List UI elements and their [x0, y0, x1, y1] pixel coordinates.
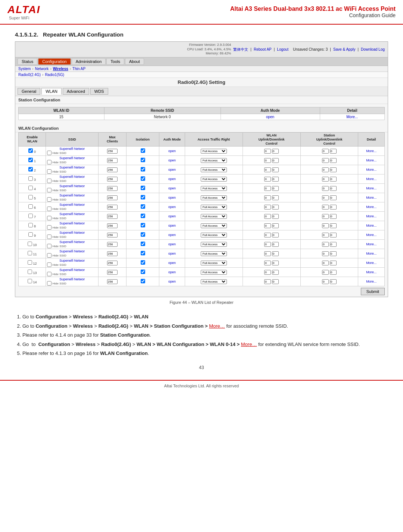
- sta-up-input[interactable]: [322, 158, 329, 163]
- hide-ssid-checkbox[interactable]: [47, 197, 51, 202]
- hide-ssid-checkbox[interactable]: [47, 281, 51, 286]
- sta-down-input[interactable]: [330, 261, 337, 265]
- sta-up-input[interactable]: [322, 242, 329, 247]
- isolation-checkbox[interactable]: [141, 279, 145, 283]
- sta-down-input[interactable]: [330, 233, 337, 237]
- wlan-more-link[interactable]: More...: [366, 205, 377, 209]
- wlan-more-link[interactable]: More...: [366, 233, 377, 237]
- tab-wds[interactable]: WDS: [90, 88, 108, 95]
- tab-wlan[interactable]: WLAN: [41, 88, 62, 95]
- wlan-enable-checkbox[interactable]: [28, 232, 33, 237]
- sta-up-input[interactable]: [322, 186, 329, 191]
- access-select[interactable]: Full Access: [201, 242, 227, 247]
- isolation-checkbox[interactable]: [141, 223, 145, 227]
- inst4-more-link[interactable]: More…: [241, 341, 257, 347]
- wlan-down-input[interactable]: [272, 149, 279, 154]
- auth-mode-link[interactable]: open: [168, 252, 176, 255]
- wlan-up-input[interactable]: [264, 279, 271, 284]
- station-auth-link[interactable]: open: [266, 115, 274, 119]
- isolation-checkbox[interactable]: [141, 232, 145, 237]
- nav-configuration[interactable]: Configuration: [38, 58, 71, 65]
- wlan-enable-checkbox[interactable]: [28, 176, 33, 181]
- isolation-checkbox[interactable]: [141, 148, 145, 153]
- wlan-enable-checkbox[interactable]: [28, 167, 33, 171]
- max-clients-input[interactable]: [107, 279, 118, 284]
- access-select[interactable]: Full Access: [201, 186, 227, 191]
- sta-down-input[interactable]: [330, 223, 337, 228]
- auth-mode-link[interactable]: open: [168, 186, 176, 190]
- wlan-down-input[interactable]: [272, 167, 279, 172]
- isolation-checkbox[interactable]: [141, 260, 145, 265]
- nav-about[interactable]: About: [125, 58, 144, 65]
- wlan-down-input[interactable]: [272, 205, 279, 210]
- max-clients-input[interactable]: [107, 242, 118, 247]
- wlan-enable-checkbox[interactable]: [28, 260, 32, 265]
- wlan-up-input[interactable]: [264, 186, 271, 191]
- wlan-enable-checkbox[interactable]: [28, 223, 33, 227]
- max-clients-input[interactable]: [107, 214, 118, 219]
- isolation-checkbox[interactable]: [141, 186, 145, 190]
- hide-ssid-checkbox[interactable]: [47, 216, 51, 220]
- wlan-down-input[interactable]: [272, 195, 279, 200]
- wlan-up-input[interactable]: [264, 195, 271, 200]
- isolation-checkbox[interactable]: [141, 214, 145, 218]
- download-log-link[interactable]: Download Log: [361, 47, 385, 51]
- wlan-more-link[interactable]: More...: [366, 242, 377, 246]
- auth-mode-link[interactable]: open: [168, 233, 176, 237]
- wlan-enable-checkbox[interactable]: [28, 204, 33, 209]
- sta-down-input[interactable]: [330, 214, 337, 219]
- max-clients-input[interactable]: [107, 158, 118, 163]
- nav-administration[interactable]: Administration: [72, 58, 106, 65]
- auth-mode-link[interactable]: open: [168, 270, 176, 274]
- wlan-enable-checkbox[interactable]: [28, 186, 33, 190]
- access-select[interactable]: Full Access: [201, 233, 227, 237]
- wlan-more-link[interactable]: More...: [366, 177, 377, 181]
- access-select[interactable]: Full Access: [201, 251, 227, 256]
- wlan-up-input[interactable]: [264, 158, 271, 163]
- access-select[interactable]: Full Access: [201, 214, 227, 219]
- auth-mode-link[interactable]: open: [168, 224, 176, 227]
- sta-down-input[interactable]: [330, 279, 337, 284]
- wlan-up-input[interactable]: [264, 149, 271, 154]
- nav-status[interactable]: Status: [18, 58, 37, 65]
- sta-down-input[interactable]: [330, 177, 337, 182]
- hide-ssid-checkbox[interactable]: [47, 262, 51, 267]
- wlan-more-link[interactable]: More...: [366, 158, 377, 162]
- sta-down-input[interactable]: [330, 186, 337, 191]
- access-select[interactable]: Full Access: [201, 158, 227, 163]
- max-clients-input[interactable]: [107, 167, 118, 172]
- hide-ssid-checkbox[interactable]: [47, 207, 51, 211]
- sta-up-input[interactable]: [322, 167, 329, 172]
- hide-ssid-checkbox[interactable]: [47, 244, 51, 248]
- max-clients-input[interactable]: [107, 149, 118, 154]
- access-select[interactable]: Full Access: [201, 279, 227, 284]
- wlan-more-link[interactable]: More...: [366, 149, 377, 153]
- tab-general[interactable]: General: [18, 88, 40, 95]
- isolation-checkbox[interactable]: [141, 167, 145, 171]
- wlan-enable-checkbox[interactable]: [28, 158, 33, 162]
- sta-up-input[interactable]: [322, 279, 329, 284]
- wlan-down-input[interactable]: [272, 270, 279, 275]
- sta-down-input[interactable]: [330, 149, 337, 154]
- max-clients-input[interactable]: [107, 251, 118, 256]
- wlan-more-link[interactable]: More...: [366, 196, 377, 199]
- max-clients-input[interactable]: [107, 195, 118, 200]
- sta-up-input[interactable]: [322, 214, 329, 219]
- wlan-more-link[interactable]: More...: [366, 261, 377, 265]
- wlan-up-input[interactable]: [264, 261, 271, 265]
- sub-nav-wireless[interactable]: Wireless: [53, 67, 68, 71]
- wlan-enable-checkbox[interactable]: [28, 214, 33, 218]
- sta-up-input[interactable]: [322, 233, 329, 237]
- sta-up-input[interactable]: [322, 251, 329, 256]
- wlan-more-link[interactable]: More...: [366, 224, 377, 227]
- access-select[interactable]: Full Access: [201, 167, 227, 172]
- isolation-checkbox[interactable]: [141, 242, 145, 246]
- wlan-enable-checkbox[interactable]: [28, 242, 32, 246]
- wlan-up-input[interactable]: [264, 251, 271, 256]
- auth-mode-link[interactable]: open: [168, 158, 176, 162]
- wlan-down-input[interactable]: [272, 261, 279, 265]
- wlan-enable-checkbox[interactable]: [28, 195, 33, 199]
- auth-mode-link[interactable]: open: [168, 261, 176, 265]
- wlan-up-input[interactable]: [264, 177, 271, 182]
- wlan-more-link[interactable]: More...: [366, 186, 377, 190]
